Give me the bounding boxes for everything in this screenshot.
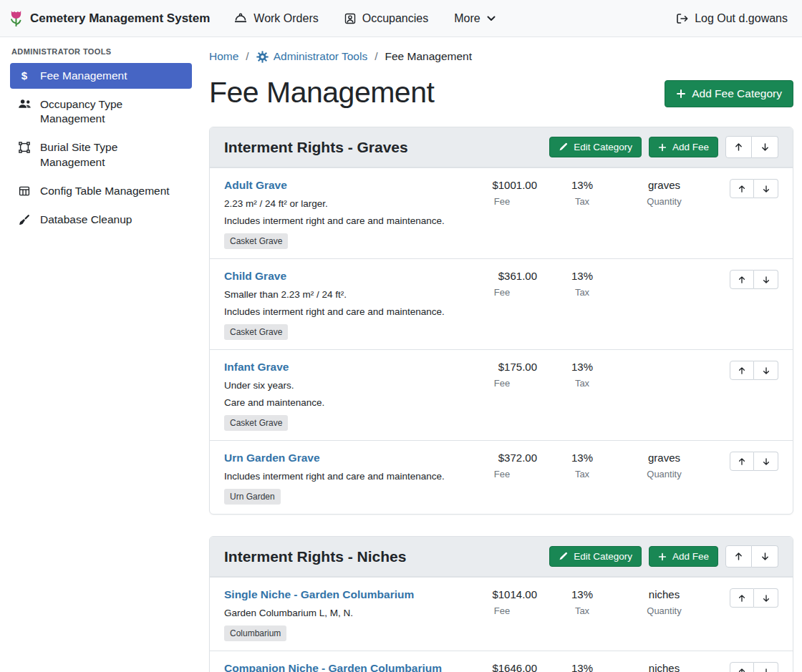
- nav-occupancies-label: Occupancies: [362, 12, 429, 25]
- chevron-down-icon: [487, 16, 496, 21]
- fee-reorder-group: [730, 361, 778, 380]
- fee-name-link[interactable]: Single Niche - Garden Columbarium: [224, 588, 454, 601]
- move-fee-up-button[interactable]: [730, 662, 754, 672]
- sidebar-heading: ADMINISTRATOR TOOLS: [10, 47, 192, 63]
- logout-button[interactable]: Log Out d.gowans: [676, 12, 788, 25]
- fee-reorder-group: [730, 179, 778, 198]
- fee-description: Care and maintenance.: [224, 397, 454, 408]
- category-reorder-group: [725, 136, 778, 158]
- fee-name-link[interactable]: Infant Grave: [224, 361, 454, 374]
- fee-amount: $175.00: [463, 361, 541, 373]
- fee-name-link[interactable]: Child Grave: [224, 270, 454, 283]
- fee-row: Companion Niche - Garden Columbarium Gar…: [210, 651, 793, 672]
- fee-tax-label: Tax: [550, 469, 614, 479]
- add-fee-category-button[interactable]: Add Fee Category: [665, 80, 793, 107]
- move-fee-down-button[interactable]: [754, 270, 778, 289]
- breadcrumb-separator: /: [375, 50, 377, 63]
- fee-tax-label: Tax: [550, 287, 614, 298]
- page-title: Fee Management: [209, 76, 434, 109]
- fee-reorder-group: [730, 270, 778, 289]
- fee-category-card-graves: Interment Rights - Graves Edit Category …: [209, 127, 793, 515]
- move-fee-down-button[interactable]: [754, 179, 778, 198]
- fee-amount-label: Fee: [463, 378, 541, 389]
- move-fee-up-button[interactable]: [730, 452, 754, 471]
- fee-type-badge: Casket Grave: [224, 415, 288, 431]
- fee-description: Garden Columbarium L, M, N.: [224, 608, 454, 618]
- move-fee-down-button[interactable]: [754, 588, 778, 608]
- fee-quantity: niches: [623, 662, 705, 672]
- fee-description: Under six years.: [224, 380, 454, 391]
- move-category-up-button[interactable]: [725, 136, 752, 158]
- sidebar-item-label: Database Cleanup: [40, 213, 132, 227]
- arrow-up-icon: [738, 366, 746, 375]
- nav-occupancies[interactable]: Occupancies: [344, 12, 429, 25]
- fee-category-card-niches: Interment Rights - Niches Edit Category …: [209, 536, 793, 672]
- sidebar-item-burial-site-type[interactable]: Burial Site Type Management: [10, 135, 192, 175]
- add-fee-button[interactable]: Add Fee: [649, 546, 718, 567]
- fee-quantity-label: Quantity: [623, 469, 705, 479]
- fee-name-link[interactable]: Urn Garden Grave: [224, 452, 454, 464]
- app-brand[interactable]: Cemetery Management System: [9, 9, 210, 28]
- move-fee-down-button[interactable]: [754, 452, 778, 471]
- add-fee-label: Add Fee: [672, 142, 709, 152]
- category-title: Interment Rights - Niches: [224, 548, 406, 565]
- sidebar-item-database-cleanup[interactable]: Database Cleanup: [10, 207, 192, 233]
- breadcrumb-current: Fee Management: [385, 50, 473, 63]
- category-reorder-group: [725, 545, 778, 568]
- sidebar-item-fee-management[interactable]: $ Fee Management: [10, 63, 192, 89]
- sidebar-item-occupancy-type[interactable]: Occupancy Type Management: [10, 92, 192, 132]
- move-fee-up-button[interactable]: [730, 361, 754, 380]
- top-navbar: Cemetery Management System Work Orders: [0, 0, 802, 37]
- nav-work-orders[interactable]: Work Orders: [234, 12, 318, 25]
- move-fee-up-button[interactable]: [730, 270, 754, 289]
- plus-icon: [658, 552, 667, 561]
- fee-tax: 13%: [550, 361, 614, 373]
- breadcrumb-home-link[interactable]: Home: [209, 50, 238, 63]
- fee-tax: 13%: [550, 179, 614, 191]
- fee-name-link[interactable]: Adult Grave: [224, 179, 454, 192]
- fee-description: 2.23 m² / 24 ft² or larger.: [224, 198, 454, 209]
- move-category-down-button[interactable]: [752, 545, 778, 568]
- move-fee-up-button[interactable]: [730, 588, 754, 608]
- fee-tax: 13%: [550, 662, 614, 672]
- arrow-down-icon: [760, 142, 770, 152]
- move-fee-up-button[interactable]: [730, 179, 754, 198]
- fee-row: Urn Garden Grave Includes interment righ…: [210, 440, 793, 514]
- fee-amount-label: Fee: [463, 196, 541, 207]
- breadcrumb-admin-tools-link[interactable]: Administrator Tools: [256, 50, 368, 63]
- fee-type-badge: Columbarium: [224, 625, 286, 641]
- arrow-down-icon: [762, 276, 770, 284]
- main-content: Home /: [200, 37, 802, 672]
- nav-more[interactable]: More: [454, 12, 495, 25]
- move-category-up-button[interactable]: [725, 545, 752, 568]
- dollar-icon: $: [17, 70, 32, 81]
- fee-quantity-label: Quantity: [623, 605, 705, 616]
- fee-tax: 13%: [550, 588, 614, 600]
- fee-name-link[interactable]: Companion Niche - Garden Columbarium: [224, 662, 454, 672]
- fee-row: Infant Grave Under six years. Care and m…: [210, 349, 793, 440]
- sidebar-item-config-table[interactable]: Config Table Management: [10, 178, 192, 204]
- move-fee-down-button[interactable]: [754, 361, 778, 380]
- hard-hat-icon: [234, 13, 247, 24]
- category-header: Interment Rights - Graves Edit Category …: [210, 127, 793, 167]
- arrow-down-icon: [762, 366, 770, 375]
- fee-amount: $361.00: [463, 270, 541, 282]
- fee-tax-label: Tax: [550, 378, 614, 389]
- breadcrumb-admin-tools-label: Administrator Tools: [274, 50, 368, 63]
- table-icon: [17, 185, 32, 197]
- pencil-icon: [559, 142, 568, 152]
- move-category-down-button[interactable]: [752, 136, 778, 158]
- arrow-down-icon: [762, 457, 770, 466]
- person-frame-icon: [344, 13, 356, 24]
- breadcrumb: Home /: [209, 50, 793, 63]
- arrow-up-icon: [738, 594, 746, 603]
- logout-icon: [676, 13, 688, 24]
- edit-category-button[interactable]: Edit Category: [549, 546, 642, 567]
- fee-description: Includes interment right and care and ma…: [224, 215, 454, 226]
- sidebar-item-label: Config Table Management: [40, 184, 170, 198]
- move-fee-down-button[interactable]: [754, 662, 778, 672]
- fee-type-badge: Casket Grave: [224, 233, 288, 249]
- edit-category-button[interactable]: Edit Category: [549, 137, 642, 157]
- arrow-up-icon: [738, 457, 746, 466]
- add-fee-button[interactable]: Add Fee: [649, 137, 718, 157]
